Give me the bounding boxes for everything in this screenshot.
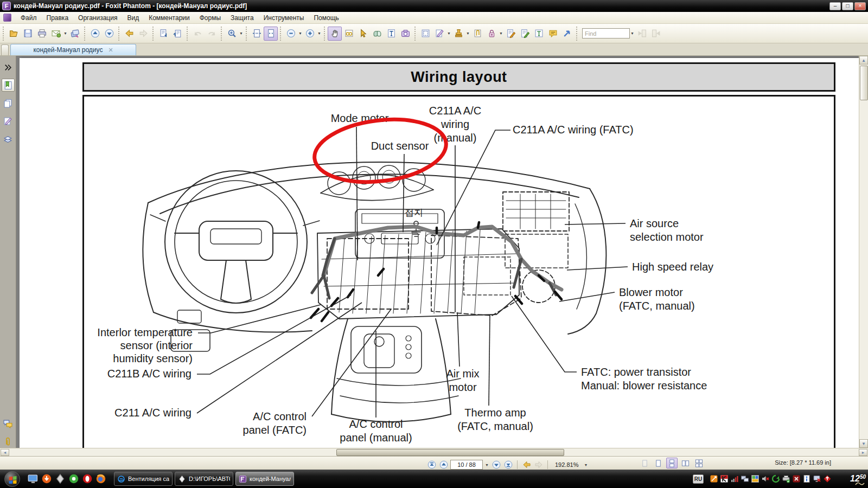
menu-item-комментарии[interactable]: Комментарии [144,12,195,23]
note-icon[interactable] [432,27,446,41]
net-signal-icon[interactable] [730,474,739,483]
zoom-dropdown-icon[interactable]: ▼ [583,458,588,472]
comments-panel-icon[interactable] [2,417,15,430]
back-icon[interactable] [122,27,136,41]
import-pages-icon[interactable] [156,27,170,41]
menu-item-правка[interactable]: Правка [42,12,74,23]
print-spooler-icon[interactable] [782,474,790,483]
vertical-scrollbar[interactable]: ▲ ▼ [859,56,868,448]
comodo-icon[interactable] [823,474,832,483]
volume-muted-icon[interactable] [761,474,770,483]
start-button[interactable] [4,471,20,487]
horizontal-scroll-thumb[interactable] [336,449,564,456]
menu-item-формы[interactable]: Формы [195,12,226,23]
stamp-dropdown-icon[interactable]: ▼ [465,27,470,41]
first-page-button[interactable] [426,460,437,470]
taskbar-task-1[interactable]: Вентиляция салона ... [114,472,173,486]
bookmarks-panel-icon[interactable] [2,79,15,92]
minimize-button[interactable]: – [829,2,841,10]
kaspersky-icon[interactable] [720,474,729,483]
search-icon[interactable] [370,27,384,41]
zoom-out-icon[interactable] [284,27,298,41]
extract-pages-icon[interactable] [170,27,184,41]
send-docs-icon[interactable] [68,27,82,41]
net-computers-icon[interactable] [741,474,749,483]
file-attach-icon[interactable] [470,27,484,41]
maximize-button[interactable]: □ [842,2,853,10]
email-icon[interactable] [49,27,63,41]
taskbar-task-3[interactable]: кондей-Мануал род... [235,472,294,486]
actual-size-icon[interactable] [250,27,264,41]
firefox-icon[interactable] [95,473,106,484]
attachments-panel-icon[interactable] [2,435,15,448]
typewriter-icon[interactable] [532,27,546,41]
vertical-scroll-thumb[interactable] [860,66,868,100]
lock-dropdown-icon[interactable]: ▼ [499,27,503,41]
note-dropdown-icon[interactable]: ▼ [446,27,451,41]
zoom-in-dropdown-icon[interactable]: ▼ [317,27,322,41]
expand-panel-icon[interactable] [2,61,15,74]
hand-icon[interactable] [328,27,342,41]
menu-item-защита[interactable]: Защита [226,12,259,23]
print-icon[interactable] [35,27,49,41]
scroll-down-icon[interactable] [102,27,116,41]
document-tab[interactable]: кондей-Мануал родиус ✕ [10,44,136,55]
gray-diamond-icon[interactable] [55,473,66,484]
scroll-down-arrow-icon[interactable]: ▼ [859,439,868,448]
close-button[interactable]: × [854,2,866,10]
open-icon[interactable] [7,27,21,41]
find-dropdown-icon[interactable]: ▼ [630,27,635,41]
zoom-tool-icon[interactable] [225,27,239,41]
pages-panel-icon[interactable] [2,97,15,110]
page-number-box[interactable]: 10 / 88 [450,460,483,470]
edit-form-icon[interactable] [518,27,532,41]
previous-page-button[interactable] [438,460,449,470]
photo-app-icon[interactable] [751,474,760,483]
show-desktop-icon[interactable] [28,473,39,484]
lock-icon[interactable] [484,27,499,41]
pc-disconnected-icon[interactable] [813,474,821,483]
stamp-icon[interactable] [451,27,465,41]
zoom-out-dropdown-icon[interactable]: ▼ [298,27,303,41]
green-update-icon[interactable] [771,474,780,483]
link-icon[interactable] [560,27,574,41]
punto-switcher-icon[interactable] [710,474,718,483]
last-page-button[interactable] [503,460,513,470]
menu-item-организация[interactable]: Организация [73,12,122,23]
layout-continuous-icon[interactable] [666,458,678,468]
select-arrow-icon[interactable] [356,27,370,41]
find-input[interactable] [582,28,630,38]
next-view-button[interactable] [533,460,544,470]
tab-stub[interactable] [1,44,9,55]
layers-panel-icon[interactable] [2,132,15,145]
red-x-app-icon[interactable] [792,474,801,483]
select-text-icon[interactable] [384,27,398,41]
opera-icon[interactable] [82,473,93,484]
close-tab-icon[interactable]: ✕ [108,47,113,54]
next-page-button[interactable] [491,460,501,470]
layout-continuous-facing-icon[interactable] [693,458,705,468]
zoom-level[interactable]: 192.81% [552,461,582,468]
scroll-up-icon[interactable] [88,27,102,41]
taskbar-clock[interactable]: 1250 [838,474,866,484]
previous-view-button[interactable] [521,460,532,470]
green-app-icon[interactable] [68,473,79,484]
layout-facing-icon[interactable] [680,458,691,468]
select-annotation-icon[interactable] [418,27,432,41]
scroll-right-arrow-icon[interactable]: ► [859,449,867,456]
info-doc-icon[interactable] [802,474,811,483]
zoom-in-icon[interactable] [303,27,317,41]
email-dropdown-icon[interactable]: ▼ [63,27,68,41]
zoom-tool-dropdown-icon[interactable]: ▼ [239,27,244,41]
menu-item-вид[interactable]: Вид [122,12,144,23]
page-dropdown-icon[interactable]: ▼ [484,458,489,472]
download-master-icon[interactable] [41,473,52,484]
scroll-up-arrow-icon[interactable]: ▲ [859,56,868,65]
menu-item-файл[interactable]: Файл [16,12,42,23]
annotations-panel-icon[interactable] [2,114,15,127]
comment-icon[interactable] [546,27,560,41]
layout-single-icon[interactable] [653,458,664,468]
horizontal-scrollbar[interactable]: ◄ ► [0,448,868,456]
taskbar-task-2[interactable]: D:\ИГОРЬ\АВТО\РО... [175,472,233,486]
menu-item-инструменты[interactable]: Инструменты [259,12,309,23]
